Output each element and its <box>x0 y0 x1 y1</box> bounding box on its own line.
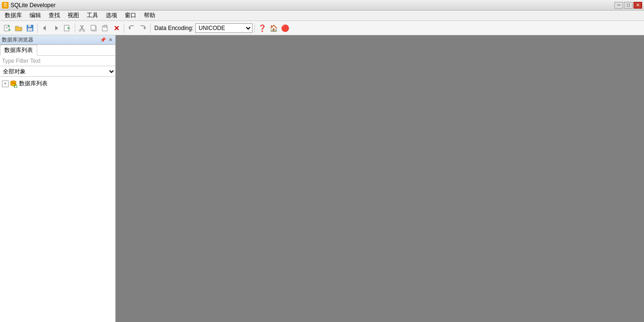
svg-line-27 <box>17 87 17 88</box>
svg-rect-18 <box>104 25 107 27</box>
tb-execute-button[interactable] <box>62 23 73 33</box>
menu-find[interactable]: 查找 <box>45 10 64 20</box>
tree-item-label: 数据库列表 <box>19 80 48 88</box>
tb-copy-button[interactable] <box>89 23 99 33</box>
title-bar-left: 🗄 SQLite Developer <box>2 2 56 9</box>
maximize-button[interactable]: □ <box>624 2 633 9</box>
svg-marker-9 <box>43 26 46 30</box>
tb-open-button[interactable] <box>13 23 24 33</box>
tb-help-button[interactable]: ❓ <box>257 23 267 33</box>
tb-paste-button[interactable] <box>100 23 111 33</box>
title-controls: ─ □ ✕ <box>614 2 642 9</box>
menu-bar: 数据库 编辑 查找 视图 工具 选项 窗口 帮助 <box>0 10 644 21</box>
tb-cut-button[interactable] <box>77 23 88 33</box>
object-type-select[interactable]: 全部对象 <box>0 66 115 77</box>
tree-area: + 数据库列表 <box>0 77 115 322</box>
menu-options[interactable]: 选项 <box>102 10 121 20</box>
app-icon: 🗄 <box>2 2 9 9</box>
svg-rect-7 <box>28 25 31 27</box>
toolbar-separator-5 <box>254 23 255 33</box>
panel-pin-button[interactable]: 📌 <box>99 37 107 42</box>
panel-header: 数据库浏览器 📌 ✕ <box>0 35 115 45</box>
menu-database[interactable]: 数据库 <box>1 10 26 20</box>
tab-database-list[interactable]: 数据库列表 <box>0 45 37 56</box>
menu-edit[interactable]: 编辑 <box>26 10 45 20</box>
svg-point-13 <box>79 30 81 31</box>
filter-input[interactable] <box>0 56 115 66</box>
svg-rect-16 <box>91 25 95 30</box>
main-layout: 数据库浏览器 📌 ✕ 数据库列表 全部对象 + <box>0 35 644 322</box>
tb-redo-button[interactable] <box>138 23 148 33</box>
close-button[interactable]: ✕ <box>634 2 642 9</box>
toolbar-separator-2 <box>75 23 75 33</box>
toolbar-separator-4 <box>150 23 151 33</box>
menu-view[interactable]: 视图 <box>64 10 83 20</box>
tb-delete-button[interactable] <box>111 23 122 33</box>
minimize-button[interactable]: ─ <box>614 2 623 9</box>
tb-forward-button[interactable] <box>51 23 61 33</box>
left-panel: 数据库浏览器 📌 ✕ 数据库列表 全部对象 + <box>0 35 116 322</box>
svg-marker-10 <box>55 26 58 30</box>
tb-home-button[interactable]: 🏠 <box>268 23 279 33</box>
database-icon <box>10 80 17 88</box>
tb-save-button[interactable] <box>25 23 35 33</box>
svg-marker-21 <box>129 27 131 30</box>
menu-window[interactable]: 窗口 <box>121 10 140 20</box>
svg-marker-22 <box>143 27 145 30</box>
tree-item-database-list[interactable]: + 数据库列表 <box>0 79 115 89</box>
tb-back-button[interactable] <box>40 23 50 33</box>
right-panel <box>116 35 644 322</box>
panel-title: 数据库浏览器 <box>2 36 33 43</box>
app-title: SQLite Developer <box>10 2 56 9</box>
svg-point-14 <box>83 30 85 31</box>
menu-help[interactable]: 帮助 <box>140 10 159 20</box>
toolbar-separator-3 <box>124 23 124 33</box>
svg-rect-8 <box>28 28 32 31</box>
toolbar: Data Encoding: UNICODE UTF-8 UTF-16 ASCI… <box>0 21 644 35</box>
tb-undo-button[interactable] <box>126 23 137 33</box>
menu-tools[interactable]: 工具 <box>83 10 102 20</box>
panel-close-button[interactable]: ✕ <box>108 37 113 42</box>
tb-new-button[interactable] <box>2 23 12 33</box>
encoding-label: Data Encoding: <box>154 25 193 31</box>
tree-expander[interactable]: + <box>2 80 9 87</box>
title-bar: 🗄 SQLite Developer ─ □ ✕ <box>0 0 644 10</box>
encoding-select[interactable]: UNICODE UTF-8 UTF-16 ASCII <box>195 23 252 33</box>
tb-stop-button[interactable]: 🔴 <box>280 23 290 33</box>
panel-header-controls: 📌 ✕ <box>99 37 113 42</box>
panel-tabs: 数据库列表 <box>0 45 115 56</box>
toolbar-separator-1 <box>37 23 38 33</box>
